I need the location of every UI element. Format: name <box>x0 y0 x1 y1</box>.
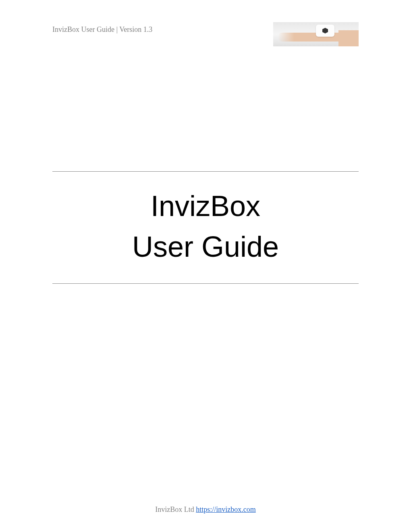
title-section: InvizBox User Guide <box>52 171 359 284</box>
document-title: InvizBox User Guide <box>52 186 359 267</box>
header-product-image <box>273 22 359 46</box>
footer-website-link[interactable]: https://invizbox.com <box>196 505 256 513</box>
document-footer: InvizBox Ltd https://invizbox.com <box>0 505 411 514</box>
title-line-1: InvizBox <box>151 190 260 222</box>
header-version-text: InvizBox User Guide | Version 1.3 <box>52 25 152 34</box>
document-header: InvizBox User Guide | Version 1.3 <box>52 22 359 46</box>
device-illustration <box>316 25 334 37</box>
divider-bottom <box>52 283 359 284</box>
title-line-2: User Guide <box>132 231 279 263</box>
device-logo-icon <box>322 28 328 33</box>
footer-company-name: InvizBox Ltd <box>155 505 196 513</box>
divider-top <box>52 171 359 172</box>
